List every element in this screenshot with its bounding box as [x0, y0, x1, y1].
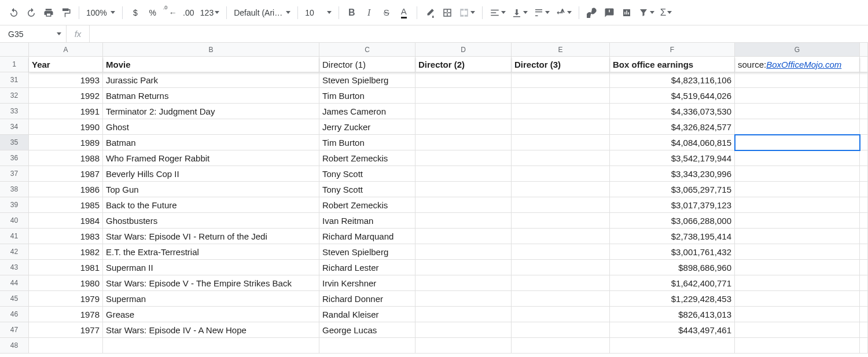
cell-G46[interactable] — [735, 307, 860, 322]
cell-E47[interactable] — [512, 322, 610, 338]
cell-B32[interactable]: Batman Returns — [103, 88, 319, 104]
cell-B36[interactable]: Who Framed Roger Rabbit — [103, 150, 319, 166]
cell-extra-43[interactable] — [860, 260, 868, 275]
cell-empty-48-1[interactable] — [103, 338, 319, 354]
cell-D44[interactable] — [415, 275, 512, 291]
paint-format-button[interactable] — [58, 5, 74, 21]
name-box[interactable]: G35 — [0, 25, 67, 42]
decrease-decimal-button[interactable]: .0← — [162, 5, 179, 21]
text-rotation-button[interactable] — [553, 5, 574, 21]
cell-B38[interactable]: Top Gun — [103, 182, 319, 197]
zoom-dropdown[interactable]: 100% — [84, 5, 117, 21]
currency-button[interactable]: $ — [127, 5, 144, 21]
cell-F33[interactable]: $4,336,073,530 — [610, 104, 735, 119]
row-header-41[interactable]: 41 — [0, 229, 29, 244]
row-header-42[interactable]: 42 — [0, 244, 29, 260]
cell-extra-37[interactable] — [860, 166, 868, 182]
font-family-dropdown[interactable]: Default (Ari… — [231, 5, 293, 21]
column-header-A[interactable]: A — [29, 43, 103, 57]
cell-E38[interactable] — [512, 182, 610, 197]
cell-extra-34[interactable] — [860, 119, 868, 135]
cell-extra-35[interactable] — [860, 135, 868, 150]
cell-E37[interactable] — [512, 166, 610, 182]
column-header-G[interactable]: G — [735, 43, 860, 57]
cell-C42[interactable]: Steven Spielberg — [319, 244, 415, 260]
cell-A38[interactable]: 1986 — [29, 182, 103, 197]
merge-cells-button[interactable] — [457, 5, 477, 21]
cell-F40[interactable]: $3,066,288,000 — [610, 213, 735, 229]
cell-G33[interactable] — [735, 104, 860, 119]
cell-extra-45[interactable] — [860, 291, 868, 307]
cell-G42[interactable] — [735, 244, 860, 260]
cell-D39[interactable] — [415, 197, 512, 213]
cell-empty-48-7[interactable] — [860, 338, 868, 354]
row-header-37[interactable]: 37 — [0, 166, 29, 182]
cell-extra-33[interactable] — [860, 104, 868, 119]
cell-F46[interactable]: $826,413,013 — [610, 307, 735, 322]
cell-C45[interactable]: Richard Donner — [319, 291, 415, 307]
cell-extra-46[interactable] — [860, 307, 868, 322]
fill-color-button[interactable] — [422, 5, 438, 21]
cell-E46[interactable] — [512, 307, 610, 322]
cell-extra-32[interactable] — [860, 88, 868, 104]
cell-G37[interactable] — [735, 166, 860, 182]
cell-A46[interactable]: 1978 — [29, 307, 103, 322]
cell-E39[interactable] — [512, 197, 610, 213]
cell-A36[interactable]: 1988 — [29, 150, 103, 166]
cell-F39[interactable]: $3,017,379,123 — [610, 197, 735, 213]
cell-D33[interactable] — [415, 104, 512, 119]
spreadsheet-grid[interactable]: ABCDEFG1YearMovieDirector (1)Director (2… — [0, 43, 868, 354]
cell-C32[interactable]: Tim Burton — [319, 88, 415, 104]
cell-extra-31[interactable] — [860, 72, 868, 88]
cell-empty-48-3[interactable] — [415, 338, 512, 354]
cell-B41[interactable]: Star Wars: Episode VI - Return of the Je… — [103, 229, 319, 244]
cell-F41[interactable]: $2,738,195,414 — [610, 229, 735, 244]
cell-extra-47[interactable] — [860, 322, 868, 338]
source-link[interactable]: BoxOfficeMojo.com — [766, 60, 841, 69]
cell-B33[interactable]: Terminator 2: Judgment Day — [103, 104, 319, 119]
cell-F31[interactable]: $4,823,116,106 — [610, 72, 735, 88]
cell-C33[interactable]: James Cameron — [319, 104, 415, 119]
cell-B40[interactable]: Ghostbusters — [103, 213, 319, 229]
cell-empty-48-4[interactable] — [512, 338, 610, 354]
row-header-33[interactable]: 33 — [0, 104, 29, 119]
cell-E36[interactable] — [512, 150, 610, 166]
cell-C43[interactable]: Richard Lester — [319, 260, 415, 275]
cell-C44[interactable]: Irvin Kershner — [319, 275, 415, 291]
print-button[interactable] — [41, 5, 57, 21]
cell-D47[interactable] — [415, 322, 512, 338]
cell-G39[interactable] — [735, 197, 860, 213]
cell-B44[interactable]: Star Wars: Episode V - The Empire Strike… — [103, 275, 319, 291]
cell-D31[interactable] — [415, 72, 512, 88]
row-header-47[interactable]: 47 — [0, 322, 29, 338]
cell-extra-41[interactable] — [860, 229, 868, 244]
row-header-31[interactable]: 31 — [0, 72, 29, 88]
borders-button[interactable] — [439, 5, 455, 21]
text-wrap-button[interactable] — [531, 5, 552, 21]
column-header-F[interactable]: F — [610, 43, 735, 57]
cell-G40[interactable] — [735, 213, 860, 229]
cell-empty-48-5[interactable] — [610, 338, 735, 354]
vertical-align-button[interactable] — [509, 5, 530, 21]
cell-C37[interactable]: Tony Scott — [319, 166, 415, 182]
cell-A34[interactable]: 1990 — [29, 119, 103, 135]
cell-B45[interactable]: Superman — [103, 291, 319, 307]
cell-D1[interactable]: Director (2) — [415, 57, 512, 72]
strikethrough-button[interactable]: S — [378, 5, 395, 21]
cell-C1[interactable]: Director (1) — [319, 57, 415, 72]
cell-A42[interactable]: 1982 — [29, 244, 103, 260]
cell-extra-42[interactable] — [860, 244, 868, 260]
column-header-E[interactable]: E — [512, 43, 610, 57]
cell-A37[interactable]: 1987 — [29, 166, 103, 182]
insert-chart-button[interactable] — [619, 5, 635, 21]
cell-G35[interactable] — [735, 135, 860, 150]
cell-extra-36[interactable] — [860, 150, 868, 166]
cell-B46[interactable]: Grease — [103, 307, 319, 322]
cell-B42[interactable]: E.T. the Extra-Terrestrial — [103, 244, 319, 260]
cell-A41[interactable]: 1983 — [29, 229, 103, 244]
cell-D32[interactable] — [415, 88, 512, 104]
cell-B43[interactable]: Superman II — [103, 260, 319, 275]
cell-F47[interactable]: $443,497,461 — [610, 322, 735, 338]
row-header-44[interactable]: 44 — [0, 275, 29, 291]
cell-A45[interactable]: 1979 — [29, 291, 103, 307]
